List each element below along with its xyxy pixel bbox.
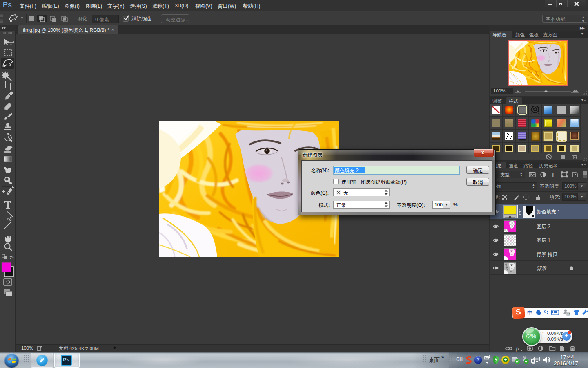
svg-text:T: T (551, 171, 555, 178)
svg-text:fx: fx (516, 346, 520, 352)
svg-text:19: 19 (567, 313, 570, 316)
